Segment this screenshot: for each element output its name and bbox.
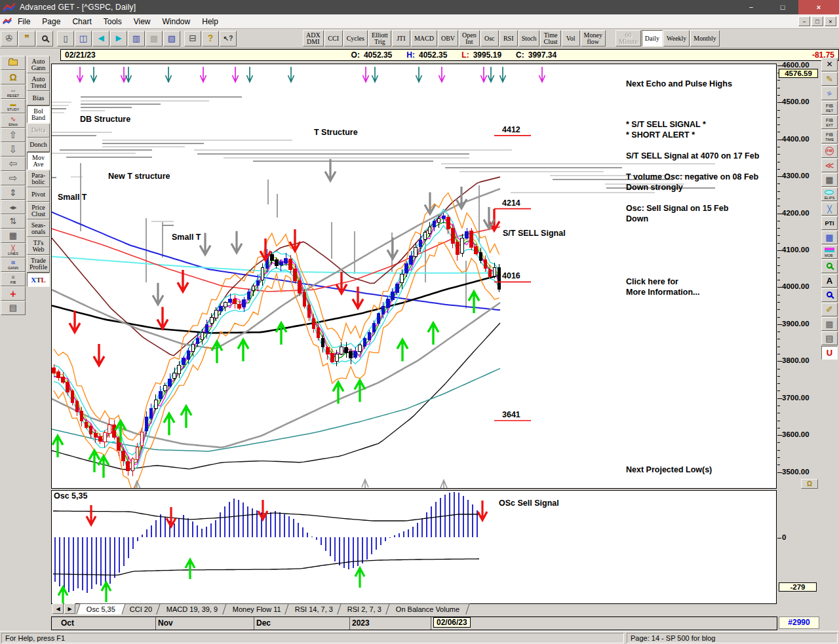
compress-horizontal-icon[interactable]: ◂▸ — [1, 200, 26, 214]
zoom-in-icon[interactable] — [821, 288, 838, 302]
study-toggle-trade-profile[interactable]: TradeProfile — [27, 255, 50, 273]
open-chart-icon[interactable] — [1, 56, 26, 70]
study-toggle-bol-band[interactable]: BolBand — [27, 105, 50, 123]
minimize-button[interactable]: − — [735, 0, 767, 14]
mob-icon[interactable]: MOB — [821, 245, 838, 259]
pin-icon[interactable]: ✇ — [1, 31, 18, 47]
tab-macd-19-39-9[interactable]: MACD 19, 39, 9 — [157, 603, 229, 615]
mdi-close-button[interactable]: × — [825, 16, 836, 26]
tab-rsi-2-7-3[interactable]: RSI 2, 7, 3 — [338, 603, 393, 615]
timeframe-weekly[interactable]: Weekly — [663, 30, 690, 47]
study-icon[interactable]: ▬STUDY — [1, 99, 26, 113]
menu-tools[interactable]: Tools — [98, 15, 128, 28]
study-toggle-tjs-web[interactable]: TJ'sWeb — [27, 237, 50, 255]
oscillator-panel[interactable]: Osc 5,35 OSc Sell Signal — [51, 490, 777, 604]
page-grid-icon[interactable]: ▦ — [1, 229, 26, 243]
pencil-icon[interactable]: ✎ — [821, 72, 838, 86]
study-elliott[interactable]: ElliottTrig — [368, 30, 391, 47]
save-icon[interactable]: ◫ — [75, 31, 92, 47]
reset-icon[interactable]: ⇔RESET — [1, 85, 26, 99]
notes-icon[interactable]: ▤ — [821, 331, 838, 345]
context-help-icon[interactable]: ↖? — [220, 31, 237, 47]
study-rsi[interactable]: RSI — [499, 30, 518, 47]
study-toggle-mov-ave[interactable]: MovAve — [27, 152, 50, 170]
help-icon[interactable]: ? — [202, 31, 219, 47]
new-chart-icon[interactable]: ▧ — [163, 31, 180, 47]
tab-scroll-left-button[interactable]: ◀ — [52, 603, 64, 614]
eraser-icon[interactable]: ✐ — [821, 303, 838, 316]
scroll-right-icon[interactable]: ⇨ — [1, 171, 26, 185]
fib-circle-icon[interactable]: FIB — [821, 144, 838, 158]
study-stoch[interactable]: Stoch — [518, 30, 540, 47]
study-money[interactable]: Moneyflow — [581, 30, 606, 47]
menu-chart[interactable]: Chart — [66, 15, 97, 28]
chart-window-icon[interactable]: ▥ — [128, 31, 145, 47]
next-page-icon[interactable]: ▶ — [110, 31, 127, 47]
study-macd[interactable]: MACD — [411, 30, 437, 47]
make-break-grid-icon[interactable]: ▦ — [821, 231, 838, 244]
gann-icon[interactable]: ≋GANN — [1, 257, 26, 272]
study-osc[interactable]: Osc — [480, 30, 499, 47]
tab-rsi-14-7-3[interactable]: RSI 14, 7, 3 — [285, 603, 344, 615]
close-button[interactable]: × — [798, 0, 839, 14]
close-chart-icon[interactable]: ▩ — [146, 31, 163, 47]
fib-extension-icon[interactable]: FIBEXT — [821, 115, 838, 129]
print-icon[interactable]: ⊟ — [184, 31, 201, 47]
dither-icon[interactable]: ▩ — [821, 317, 838, 331]
prev-page-icon[interactable]: ◀ — [92, 31, 109, 47]
study-toggle-donch[interactable]: Donch — [27, 138, 50, 152]
scroll-up-icon[interactable]: ⇧ — [1, 128, 26, 142]
info-zoom-icon[interactable] — [821, 259, 838, 273]
date-axis[interactable]: OctNovDec202302/06/23 — [51, 616, 777, 630]
study-toggle-para--bolic[interactable]: Para-bolic — [27, 170, 50, 187]
gann-grid-icon[interactable]: ▦ — [821, 173, 838, 187]
study-toggle-auto-trend[interactable]: AutoTrend — [27, 73, 50, 91]
study-toggle-xtl[interactable]: XTL — [27, 273, 50, 287]
lines-icon[interactable]: ╳LINES — [1, 243, 26, 257]
study-adx[interactable]: ADXDMI — [303, 30, 324, 47]
restore-button[interactable]: □ — [767, 0, 798, 14]
menu-window[interactable]: Window — [157, 15, 197, 28]
text-icon[interactable]: A — [821, 274, 838, 288]
axis-scales-icon[interactable]: Ω — [801, 479, 818, 489]
tab-scroll-right-button[interactable]: ▶ — [64, 603, 75, 614]
new-page-icon[interactable]: ▯ — [57, 31, 74, 47]
pti-icon[interactable]: PTI — [821, 216, 838, 230]
elliott-icon[interactable]: ∿Elliott — [1, 113, 26, 128]
quotes-icon[interactable]: ❞ — [18, 31, 35, 47]
fib-icon[interactable]: ≡FIB — [1, 272, 26, 286]
fib-retracement-icon[interactable]: FIBRET — [821, 101, 838, 115]
mdi-restore-button[interactable]: □ — [811, 16, 823, 26]
study-cycles[interactable]: Cycles — [343, 30, 368, 47]
study-toggle-auto-gann[interactable]: AutoGann — [27, 56, 50, 73]
ellipse-icon[interactable]: ELIPS — [821, 187, 838, 201]
tab-money-flow-11[interactable]: Money Flow 11 — [222, 603, 291, 615]
study-toggle-pivot[interactable]: Pivot — [27, 187, 50, 202]
study-open[interactable]: OpenInt — [459, 30, 480, 47]
trend-lines-icon[interactable]: ≡ — [821, 86, 838, 100]
mdi-minimize-button[interactable]: − — [798, 16, 810, 26]
gann-fan-icon[interactable]: ≪ — [821, 159, 838, 172]
menu-page[interactable]: Page — [36, 15, 66, 28]
study-obv[interactable]: OBV — [438, 30, 458, 47]
menu-view[interactable]: View — [128, 15, 157, 28]
export-icon[interactable]: ▤ — [1, 301, 26, 315]
more-information-link[interactable]: Click here for More Information... — [626, 276, 700, 297]
gann-scales-icon[interactable]: Ω — [1, 70, 26, 85]
scroll-down-icon[interactable]: ⇩ — [1, 142, 26, 157]
compress-vertical-icon[interactable]: ⇅ — [1, 214, 26, 229]
document-icon[interactable] — [3, 16, 12, 27]
timeframe-daily[interactable]: Daily — [642, 30, 663, 47]
price-axis[interactable]: 4600.004500.004400.004300.004200.004100.… — [777, 62, 821, 630]
study-jti[interactable]: JTI — [392, 30, 410, 47]
snap-magnet-icon[interactable]: U — [821, 346, 838, 360]
regression-lines-icon[interactable]: ╳ — [821, 202, 838, 216]
study-time[interactable]: TimeClust — [540, 30, 560, 47]
tab-osc-5-35[interactable]: Osc 5,35 — [76, 603, 126, 615]
menu-help[interactable]: Help — [196, 15, 224, 28]
expand-icon[interactable]: ⇕ — [1, 185, 26, 200]
fib-time-icon[interactable]: FIBTIME — [821, 130, 838, 143]
study-toggle-bias[interactable]: Bias — [27, 91, 50, 105]
study-toggle-seas--onals[interactable]: Seas-onals — [27, 219, 50, 237]
tab-on-balance-volume[interactable]: On Balance Volume — [386, 603, 471, 615]
